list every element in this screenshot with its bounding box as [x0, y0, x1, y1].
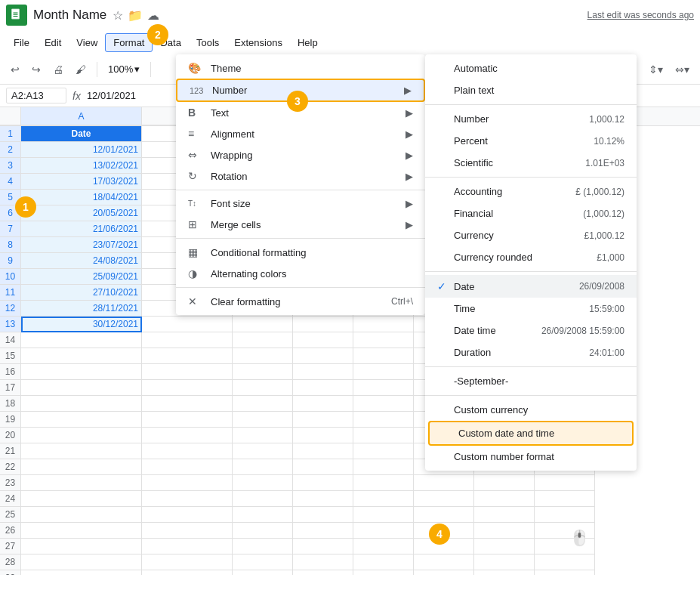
cell-d21[interactable] — [293, 443, 353, 459]
cell-a5[interactable]: 18/04/2021 — [21, 190, 142, 205]
format-wrapping[interactable]: ⇔ Wrapping ▶ — [176, 144, 425, 165]
cell-extra-18-0[interactable] — [353, 396, 414, 412]
cell-b13[interactable] — [142, 317, 233, 332]
paintformat-button[interactable]: 🖌 — [71, 60, 91, 79]
cell-c26[interactable] — [233, 523, 293, 539]
cell-a20[interactable] — [21, 428, 142, 443]
cell-extra-23-3[interactable] — [535, 475, 595, 491]
cell-d17[interactable] — [293, 380, 353, 396]
cell-c21[interactable] — [233, 443, 293, 459]
row-header[interactable]: 9 — [0, 253, 21, 269]
row-header[interactable]: 16 — [0, 364, 21, 380]
row-header[interactable]: 19 — [0, 412, 21, 428]
cell-d28[interactable] — [293, 554, 353, 570]
cell-b14[interactable] — [142, 332, 233, 348]
cell-extra-29-1[interactable] — [414, 570, 474, 575]
cell-d27[interactable] — [293, 539, 353, 554]
cell-extra-26-2[interactable] — [474, 523, 535, 539]
col-header-a[interactable]: A — [21, 107, 142, 125]
row-header[interactable]: 24 — [0, 491, 21, 507]
num-number[interactable]: Number 1,000.12 — [425, 108, 637, 130]
star-icon[interactable]: ☆ — [113, 8, 123, 23]
num-plaintext[interactable]: Plain text — [425, 79, 637, 101]
cell-extra-24-3[interactable] — [535, 491, 595, 507]
cell-a25[interactable] — [21, 507, 142, 523]
menu-format[interactable]: Format — [105, 33, 153, 52]
folder-icon[interactable]: 📁 — [128, 8, 143, 23]
print-button[interactable]: 🖨 — [48, 60, 68, 79]
zoom-button[interactable]: 100% ▾ — [103, 62, 144, 76]
cell-a17[interactable] — [21, 380, 142, 396]
row-header[interactable]: 1 — [0, 126, 21, 142]
cell-c25[interactable] — [233, 507, 293, 523]
num-custom-currency[interactable]: Custom currency — [425, 399, 637, 421]
num-currency[interactable]: Currency £1,000.12 — [425, 224, 637, 246]
cell-b21[interactable] — [142, 443, 233, 459]
cell-a15[interactable] — [21, 348, 142, 364]
cell-extra-23-0[interactable] — [353, 475, 414, 491]
cell-d22[interactable] — [293, 459, 353, 475]
menu-extensions[interactable]: Extensions — [227, 34, 290, 51]
cell-a24[interactable] — [21, 491, 142, 507]
cell-extra-14-0[interactable] — [353, 332, 414, 348]
format-conditional[interactable]: ▦ Conditional formatting — [176, 242, 425, 263]
cell-reference-input[interactable] — [6, 88, 66, 103]
row-header[interactable]: 26 — [0, 523, 21, 539]
cell-extra-23-2[interactable] — [474, 475, 535, 491]
cell-d29[interactable] — [293, 570, 353, 575]
num-custom-number[interactable]: Custom number format — [425, 446, 637, 468]
cell-a16[interactable] — [21, 364, 142, 380]
row-header[interactable]: 8 — [0, 237, 21, 253]
cell-extra-21-0[interactable] — [353, 443, 414, 459]
cell-extra-24-2[interactable] — [474, 491, 535, 507]
cell-extra-26-3[interactable] — [535, 523, 595, 539]
row-header[interactable]: 28 — [0, 554, 21, 570]
cell-c13[interactable] — [233, 317, 293, 332]
cell-extra-13-0[interactable] — [353, 317, 414, 332]
num-duration[interactable]: Duration 24:01:00 — [425, 341, 637, 363]
cell-a1[interactable]: Date — [21, 126, 142, 142]
num-automatic[interactable]: Automatic — [425, 57, 637, 79]
cell-a26[interactable] — [21, 523, 142, 539]
cell-extra-23-1[interactable] — [414, 475, 474, 491]
cell-extra-26-0[interactable] — [353, 523, 414, 539]
cell-a9[interactable]: 24/08/2021 — [21, 253, 142, 269]
row-header[interactable]: 29 — [0, 570, 21, 575]
menu-file[interactable]: File — [6, 34, 37, 51]
cell-a28[interactable] — [21, 554, 142, 570]
cell-extra-19-0[interactable] — [353, 412, 414, 428]
cell-d24[interactable] — [293, 491, 353, 507]
num-custom-datetime[interactable]: Custom date and time — [428, 421, 634, 446]
cell-extra-16-0[interactable] — [353, 364, 414, 380]
row-header[interactable]: 10 — [0, 269, 21, 285]
cell-c19[interactable] — [233, 412, 293, 428]
cell-extra-20-0[interactable] — [353, 428, 414, 443]
format-clear[interactable]: ✕ Clear formatting Ctrl+\ — [176, 291, 425, 312]
cell-a6[interactable]: 20/05/2021 — [21, 205, 142, 221]
row-header[interactable]: 23 — [0, 475, 21, 491]
cell-a19[interactable] — [21, 412, 142, 428]
cell-b19[interactable] — [142, 412, 233, 428]
cell-a4[interactable]: 17/03/2021 — [21, 174, 142, 190]
cell-c17[interactable] — [233, 380, 293, 396]
cell-a10[interactable]: 25/09/2021 — [21, 269, 142, 285]
cell-a23[interactable] — [21, 475, 142, 491]
cell-c22[interactable] — [233, 459, 293, 475]
cell-b28[interactable] — [142, 554, 233, 570]
row-header[interactable]: 21 — [0, 443, 21, 459]
row-header[interactable]: 7 — [0, 221, 21, 237]
cell-a7[interactable]: 21/06/2021 — [21, 221, 142, 237]
cell-c23[interactable] — [233, 475, 293, 491]
textwrap-button[interactable]: ⇔▾ — [671, 60, 694, 79]
cell-d14[interactable] — [293, 332, 353, 348]
row-header[interactable]: 13 — [0, 317, 21, 332]
num-currency-rounded[interactable]: Currency rounded £1,000 — [425, 246, 637, 268]
row-header[interactable]: 4 — [0, 174, 21, 190]
cell-a3[interactable]: 13/02/2021 — [21, 158, 142, 174]
cell-extra-25-1[interactable] — [414, 507, 474, 523]
cell-b22[interactable] — [142, 459, 233, 475]
row-header[interactable]: 15 — [0, 348, 21, 364]
format-alignment[interactable]: ≡ Alignment ▶ — [176, 123, 425, 144]
format-rotation[interactable]: ↻ Rotation ▶ — [176, 165, 425, 187]
cell-extra-28-2[interactable] — [474, 554, 535, 570]
